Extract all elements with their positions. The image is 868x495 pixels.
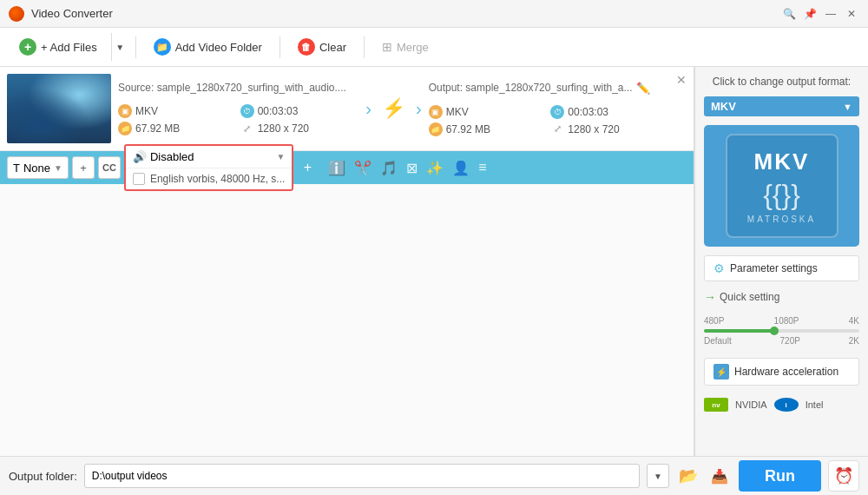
format-selector[interactable]: MKV ▼ — [704, 96, 859, 116]
schedule-button[interactable]: ⏰ — [828, 460, 859, 492]
source-filename: Source: sample_1280x720_surfing_with_aud… — [118, 82, 358, 94]
title-bar: Video Converter 🔍 📌 — ✕ — [0, 0, 868, 28]
source-size: 67.92 MB — [135, 122, 180, 135]
subtitle-none-select[interactable]: T None ▼ — [7, 156, 69, 179]
quality-slider-thumb[interactable] — [770, 327, 779, 335]
crop-icon-btn[interactable]: ⊠ — [406, 160, 418, 176]
cut-icon-btn[interactable]: ✂️ — [354, 160, 372, 176]
cc-button[interactable]: CC — [98, 156, 121, 179]
output-size: 67.92 MB — [446, 123, 490, 135]
quality-slider-track[interactable] — [704, 329, 859, 333]
divider-2 — [279, 36, 280, 58]
format-dropdown-arrow: ▼ — [843, 102, 852, 112]
output-format: MKV — [446, 106, 469, 118]
search-button[interactable]: 🔍 — [781, 6, 797, 22]
add-files-button[interactable]: + + Add Files — [9, 33, 108, 61]
path-dropdown-button[interactable]: ▼ — [647, 464, 669, 488]
merge-icon: ⊞ — [382, 40, 392, 54]
audio-icon-btn[interactable]: 🎵 — [380, 160, 398, 176]
quality-slider[interactable]: 480P 1080P 4K Default 720P 2K — [704, 313, 859, 349]
audio-disabled-label: Disabled — [150, 150, 194, 163]
intel-label: Intel — [806, 399, 824, 410]
add-subtitle-button[interactable]: + — [72, 156, 95, 179]
audio-speaker-icon: 🔊 — [133, 150, 147, 163]
source-size-item: 📁 67.92 MB — [118, 122, 237, 135]
source-section: Source: sample_1280x720_surfing_with_aud… — [118, 82, 358, 135]
edit-icons: ℹ️ ✂️ 🎵 ⊠ ✨ 👤 ≡ — [328, 160, 486, 176]
file-row: Source: sample_1280x720_surfing_with_aud… — [0, 67, 694, 151]
audio-option-label: English vorbis, 48000 Hz, s... — [150, 173, 285, 185]
nvidia-icon: nv — [704, 398, 728, 412]
label-720p: 720P — [780, 336, 800, 346]
file-panel: Source: sample_1280x720_surfing_with_aud… — [0, 67, 694, 456]
output-folder-icon: 📁 — [429, 122, 443, 136]
quality-slider-fill — [704, 329, 774, 333]
add-audio-button[interactable]: + — [297, 157, 318, 178]
label-default: Default — [704, 336, 732, 346]
output-clock-icon: ⏱ — [550, 105, 564, 119]
subtitle-icon-btn[interactable]: ≡ — [478, 160, 486, 175]
clear-label: Clear — [319, 41, 346, 54]
output-duration: 00:03:03 — [568, 106, 608, 118]
audio-dropdown-header[interactable]: 🔊 Disabled ▼ — [126, 146, 292, 168]
audio-option-checkbox[interactable] — [133, 173, 145, 185]
source-dim-item: ⤢ 1280 x 720 — [240, 122, 359, 135]
remove-file-button[interactable]: ✕ — [676, 74, 687, 86]
output-dimensions: 1280 x 720 — [568, 123, 619, 135]
app-title: Video Converter — [31, 7, 113, 20]
source-format-item: ▣ MKV — [118, 104, 237, 118]
clear-button[interactable]: 🗑 Clear — [287, 33, 357, 61]
intel-icon: i — [774, 398, 799, 412]
audio-option-row[interactable]: English vorbis, 48000 Hz, s... — [126, 168, 292, 189]
path-import-button[interactable]: 📥 — [707, 464, 732, 488]
param-settings-button[interactable]: ⚙ Parameter settings — [704, 255, 859, 281]
minimize-button[interactable]: — — [823, 6, 838, 22]
add-files-dropdown[interactable]: ▼ — [111, 33, 128, 61]
mkv-logo-icon: {{}} — [763, 179, 800, 211]
subtitle-none-label: None — [23, 162, 50, 175]
main-content: Source: sample_1280x720_surfing_with_aud… — [0, 67, 868, 456]
add-video-folder-button[interactable]: 📁 Add Video Folder — [143, 33, 273, 61]
output-format-click-label[interactable]: Click to change output format: — [704, 76, 859, 88]
add-files-label: + Add Files — [41, 41, 97, 54]
output-name-row: Output: sample_1280x720_surfing_with_a..… — [429, 82, 669, 95]
nvidia-intel-row: nv NVIDIA i Intel — [704, 394, 859, 415]
output-path-input[interactable] — [84, 464, 640, 488]
watermark-icon-btn[interactable]: 👤 — [452, 160, 470, 176]
run-button[interactable]: Run — [739, 460, 821, 492]
source-duration: 00:03:03 — [258, 105, 299, 117]
output-format-icon: ▣ — [429, 105, 443, 119]
format-icon: ▣ — [118, 104, 132, 118]
label-480p: 480P — [704, 316, 724, 326]
close-button[interactable]: ✕ — [844, 6, 859, 22]
nvidia-label: NVIDIA — [735, 399, 767, 410]
quick-setting-label: → Quick setting — [704, 290, 859, 304]
param-settings-label: Parameter settings — [730, 262, 818, 274]
pin-button[interactable]: 📌 — [802, 6, 818, 22]
audio-dropdown-arrow: ▼ — [276, 152, 285, 162]
edit-output-button[interactable]: ✏️ — [636, 82, 650, 95]
output-section: Output: sample_1280x720_surfing_with_a..… — [429, 82, 669, 136]
mkv-logo: MKV {{}} MATROSKA — [726, 134, 838, 238]
path-folder-button[interactable]: 📂 — [676, 464, 700, 488]
quality-labels-top: 480P 1080P 4K — [704, 316, 859, 326]
nvidia-badge: nv NVIDIA — [704, 398, 767, 412]
output-duration-item: ⏱ 00:03:03 — [550, 105, 669, 119]
source-meta: ▣ MKV ⏱ 00:03:03 📁 67.92 MB ⤢ 1280 x 720 — [118, 104, 358, 135]
info-icon-btn[interactable]: ℹ️ — [328, 160, 345, 176]
quality-labels-bottom: Default 720P 2K — [704, 336, 859, 346]
hw-acceleration-button[interactable]: ⚡ Hardware acceleration — [704, 358, 859, 386]
label-4k: 4K — [849, 316, 859, 326]
resize-icon: ⤢ — [240, 122, 254, 135]
label-1080p: 1080P — [774, 316, 799, 326]
lightning-divider: ⚡ — [378, 97, 409, 120]
empty-area — [0, 184, 694, 456]
output-filename: Output: sample_1280x720_surfing_with_a..… — [429, 82, 633, 94]
param-settings-icon: ⚙ — [713, 261, 725, 275]
output-size-item: 📁 67.92 MB — [429, 122, 548, 136]
effect-icon-btn[interactable]: ✨ — [426, 160, 444, 176]
thumb-wave — [7, 74, 111, 143]
output-folder-label: Output folder: — [9, 470, 77, 483]
right-panel: Click to change output format: MKV ▼ MKV… — [694, 67, 868, 456]
merge-button[interactable]: ⊞ Merge — [372, 35, 439, 59]
